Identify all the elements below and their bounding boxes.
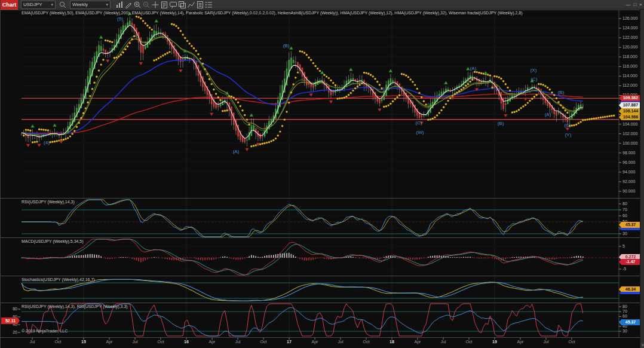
- stoch-value-label: [619, 292, 642, 294]
- x-axis-label: 17: [287, 340, 292, 344]
- x-axis-label: 16: [184, 340, 189, 344]
- elliott-wave-label: (C): [415, 120, 422, 126]
- rsi2-axis-tick: 60: [622, 314, 627, 318]
- instrument-value: USDJPY: [23, 1, 42, 8]
- close-icon[interactable]: ×: [639, 1, 642, 9]
- elliott-wave-label: (5): [117, 16, 123, 22]
- zoom-in-icon[interactable]: [133, 1, 142, 9]
- toolbar: Chart USDJPY ▾ Weekly ▾ — □ ×: [1, 0, 644, 10]
- elliott-wave-label: (B): [283, 43, 290, 48]
- x-axis-label: Apr: [415, 340, 421, 344]
- x-axis-label: Jul: [544, 340, 549, 344]
- price-axis-tick: 96.000: [622, 160, 635, 164]
- price-axis-tick: 120.000: [622, 45, 637, 49]
- elliott-wave-label: (B): [558, 90, 565, 95]
- indicators-icon[interactable]: [205, 1, 213, 9]
- data-box-icon[interactable]: [169, 1, 177, 9]
- price-axis-tick: 102.000: [622, 132, 637, 136]
- elliott-wave-label: (A): [233, 149, 240, 154]
- rsi-axis-tick: 30: [622, 231, 627, 236]
- elliott-wave-label: (Y): [565, 132, 572, 138]
- price-marker-label: 106.144: [619, 108, 642, 114]
- x-axis-label: Apr: [209, 340, 216, 344]
- rsi2-panel-indicator-label: RSI(USDJPY (Weekly),14,3), RSI(USDJPY (W…: [22, 304, 128, 309]
- snapshot-icon[interactable]: [178, 1, 186, 9]
- macd-value-label: -1.47: [619, 259, 642, 265]
- rsi-value-label: [619, 228, 642, 230]
- scroll-down-icon[interactable]: ▼: [640, 343, 644, 348]
- trend-lines-icon[interactable]: [187, 1, 195, 9]
- rsi2-axis-tick: 70: [622, 309, 627, 313]
- rsi2-axis-tick: 80: [622, 304, 627, 309]
- period-value: Weekly: [72, 1, 88, 8]
- new-window-icon[interactable]: [160, 1, 168, 9]
- price-axis-tick: 92.000: [622, 179, 635, 184]
- chart-tab[interactable]: Chart: [1, 0, 18, 10]
- x-axis-label: Oct: [363, 340, 370, 344]
- rsi2-left-value-label: 52.11: [1, 318, 20, 324]
- rsi2-left-axis-tick: 80: [5, 307, 17, 311]
- elliott-wave-label: (4): [44, 140, 50, 145]
- chart-style-icon[interactable]: [115, 1, 124, 9]
- stoch-value-label: 46.34: [619, 286, 642, 292]
- copyright-note: © 2019 NinjaTrader, LLC: [22, 329, 68, 333]
- elliott-wave-label: (C): [530, 77, 537, 82]
- price-axis-tick: 100.000: [622, 141, 637, 145]
- draw-icon[interactable]: [124, 1, 133, 9]
- elliott-wave-label: (A): [545, 112, 551, 117]
- price-axis-tick: 94.000: [622, 170, 635, 174]
- price-marker-label: 109.382: [619, 95, 642, 101]
- rsi-axis-tick: 80: [622, 202, 627, 206]
- chart-canvas[interactable]: [1, 0, 640, 348]
- price-axis-tick: 98.000: [622, 151, 635, 155]
- rsi-axis-tick: 60: [622, 213, 627, 218]
- rsi2-axis-tick: 30: [622, 329, 627, 333]
- search-icon[interactable]: [59, 1, 67, 9]
- price-marker-label: 107.887: [619, 102, 642, 108]
- x-axis-label: Oct: [260, 340, 267, 344]
- price-axis-tick: 116.000: [622, 64, 637, 68]
- x-axis-label: Apr: [312, 340, 318, 344]
- price-axis-tick: 118.000: [622, 54, 637, 59]
- restore-icon[interactable]: □: [633, 1, 636, 9]
- price-axis-tick: 104.000: [622, 122, 637, 126]
- elliott-wave-label: (A): [470, 66, 477, 71]
- chevron-down-icon: ▾: [106, 1, 108, 8]
- stoch-panel-indicator-label: Stochastics(USDJPY (Weekly),42,16,7): [22, 277, 95, 282]
- rsi-axis-tick: 70: [622, 207, 627, 212]
- x-axis-label: 18: [390, 340, 394, 344]
- x-axis-label: Apr: [517, 340, 524, 344]
- x-axis-label: Jul: [133, 340, 138, 344]
- vertical-scrollbar[interactable]: ▲ ▼: [640, 0, 644, 348]
- x-axis-label: Oct: [158, 340, 164, 344]
- rsi2-value-label: 45.37: [619, 319, 642, 325]
- x-axis-label: Apr: [106, 340, 113, 344]
- price-axis-tick: 90.000: [622, 189, 635, 193]
- price-axis-tick: 112.000: [622, 83, 637, 87]
- macd-axis-tick: -5: [622, 267, 626, 271]
- window-controls: — □ ×: [625, 1, 642, 9]
- rsi2-left-axis-tick: 20: [5, 330, 17, 334]
- chevron-down-icon: ▾: [51, 1, 53, 8]
- price-axis-tick: 126.000: [622, 16, 637, 20]
- x-axis-label: Jul: [30, 340, 35, 344]
- minimize-icon[interactable]: —: [625, 1, 630, 9]
- price-marker-label: 104.986: [619, 114, 642, 120]
- x-axis-label: Jul: [441, 340, 446, 344]
- macd-panel-indicator-label: MACD(USDJPY (Weekly),5,34,5): [22, 239, 84, 243]
- price-panel-indicator-label: EMA(USDJPY (Weekly),50), EMA(USDJPY (Wee…: [22, 11, 523, 15]
- period-selector[interactable]: Weekly ▾: [70, 1, 111, 9]
- x-axis-label: Oct: [466, 340, 473, 344]
- x-axis-label: Oct: [569, 340, 575, 344]
- elliott-wave-label: (B): [498, 121, 504, 126]
- properties-icon[interactable]: [196, 1, 204, 9]
- macd-axis-tick: 5: [622, 244, 625, 248]
- instrument-selector[interactable]: USDJPY ▾: [21, 1, 56, 9]
- x-axis-label: 19: [492, 340, 497, 344]
- crosshair-icon[interactable]: [151, 1, 160, 9]
- x-axis-label: Jul: [338, 340, 344, 344]
- rsi-value-label: 45.37: [619, 222, 642, 228]
- elliott-wave-label: (W): [416, 130, 424, 135]
- elliott-wave-label: (C): [564, 123, 571, 128]
- zoom-out-icon[interactable]: [142, 1, 151, 9]
